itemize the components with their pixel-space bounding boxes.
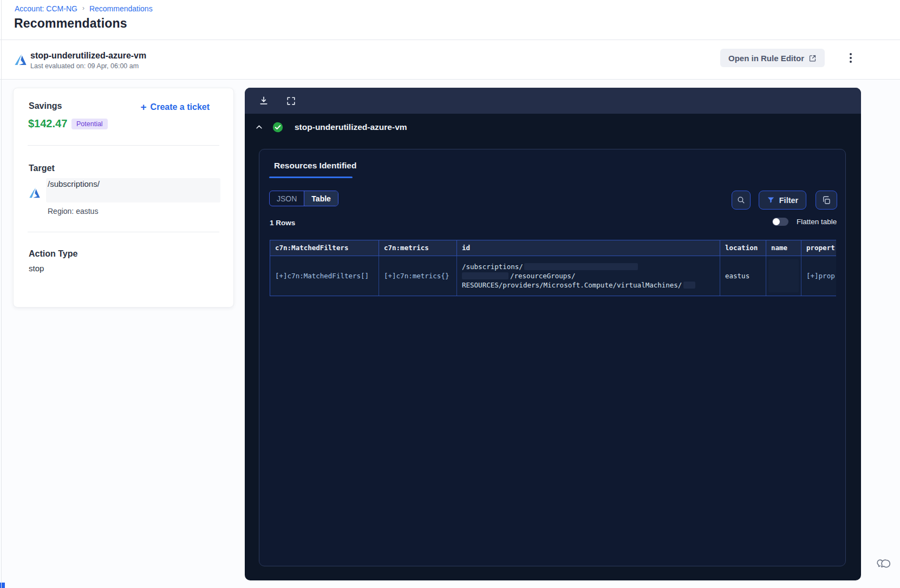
panel-rule-name: stop-underutilized-azure-vm [295,122,407,132]
target-label: Target [29,164,55,173]
savings-card: Savings + Create a ticket $142.47 Potent… [13,88,234,308]
collapse-chevron-up-icon[interactable] [253,122,264,133]
active-tab-underline [269,177,353,178]
table-row: [+]c7n:MatchedFilters[] [+]c7n:metrics{}… [270,256,836,296]
redacted-name-value [768,259,799,292]
target-path: /subscriptions/ [48,179,100,188]
download-button[interactable] [258,95,270,107]
redacted-vm-name [683,282,695,289]
id-line-1: /subscriptions/ [462,262,523,271]
toggle-table-button[interactable]: Table [304,191,338,206]
panel-toolbar [245,88,861,114]
cell-matchedfilters[interactable]: [+]c7n:MatchedFilters[] [270,256,379,296]
flatten-table-label: Flatten table [797,218,837,226]
fullscreen-button[interactable] [285,95,297,107]
external-link-icon [808,54,817,62]
panel-rule-row: stop-underutilized-azure-vm [253,121,407,133]
resources-panel: stop-underutilized-azure-vm Resources Id… [245,88,861,580]
target-region: Region: eastus [48,207,98,215]
action-type-label: Action Type [29,249,77,259]
create-ticket-button[interactable]: + Create a ticket [141,102,210,112]
savings-label: Savings [29,101,62,111]
funnel-icon [767,196,775,204]
cell-id[interactable]: /subscriptions/ /resourceGroups/ RESOURC… [457,256,720,296]
table-header-row: c7n:MatchedFilters c7n:metrics id locati… [270,240,836,256]
azure-icon [29,187,41,199]
cell-metrics[interactable]: [+]c7n:metrics{} [379,256,457,296]
search-button[interactable] [732,191,751,210]
page-edge-divider [1,0,2,588]
toggle-json-button[interactable]: JSON [270,191,304,206]
results-table-clip: c7n:MatchedFilters c7n:metrics id locati… [270,240,836,297]
flatten-table-control: Flatten table [772,218,837,226]
results-table: c7n:MatchedFilters c7n:metrics id locati… [270,240,836,296]
cell-properties[interactable]: [+]prop [801,256,836,296]
chat-bubbles-icon [876,556,894,572]
breadcrumb-account-link[interactable]: Account: CCM-NG [15,4,77,13]
redacted-resource-group-prefix [462,272,508,279]
azure-logo-icon [14,53,27,66]
rule-header-bar: stop-underutilized-azure-vm Last evaluat… [0,40,900,79]
chat-help-button[interactable] [876,556,894,573]
redacted-subscription-id [524,263,638,270]
page-title: Recommendations [14,16,127,31]
filter-button[interactable]: Filter [759,191,806,210]
page-header-region: Account: CCM-NG › Recommendations Recomm… [0,0,900,80]
id-line-2: /resourceGroups/ [510,271,575,280]
id-line-3: RESOURCES/providers/Microsoft.Compute/vi… [462,280,682,290]
cell-name[interactable] [766,256,801,296]
potential-badge: Potential [71,119,108,129]
rule-last-evaluated: Last evaluated on: 09 Apr, 06:00 am [30,62,139,70]
plus-icon: + [141,103,147,111]
rule-name: stop-underutilized-azure-vm [30,51,146,61]
breadcrumb-recommendations-link[interactable]: Recommendations [89,4,153,13]
breadcrumb-chevron-icon: › [82,4,84,12]
column-header-id[interactable]: id [457,240,720,256]
column-header-name[interactable]: name [766,240,801,256]
resources-identified-card: Resources Identified JSON Table Filter 1… [259,149,846,566]
card-divider [28,145,219,146]
action-type-value: stop [29,264,44,273]
column-header-location[interactable]: location [720,240,766,256]
filter-label: Filter [779,196,798,205]
open-in-rule-editor-label: Open in Rule Editor [728,54,804,63]
header-divider-bottom [0,79,900,80]
create-ticket-label: Create a ticket [151,102,210,112]
view-toggle: JSON Table [269,191,338,206]
cell-location[interactable]: eastus [720,256,766,296]
column-header-properties[interactable]: propert [801,240,836,256]
breadcrumb: Account: CCM-NG › Recommendations [15,4,153,13]
column-header-matchedfilters[interactable]: c7n:MatchedFilters [270,240,379,256]
success-check-icon [272,121,284,133]
more-options-kebab-button[interactable] [846,50,856,66]
column-header-metrics[interactable]: c7n:metrics [379,240,457,256]
open-in-rule-editor-button[interactable]: Open in Rule Editor [720,49,825,67]
card-divider [28,232,219,232]
flatten-table-toggle[interactable] [772,218,788,226]
savings-amount: $142.47 [28,117,67,130]
tab-resources-identified[interactable]: Resources Identified [274,161,356,171]
copy-button[interactable] [816,191,837,210]
rows-count: 1 Rows [270,219,295,227]
